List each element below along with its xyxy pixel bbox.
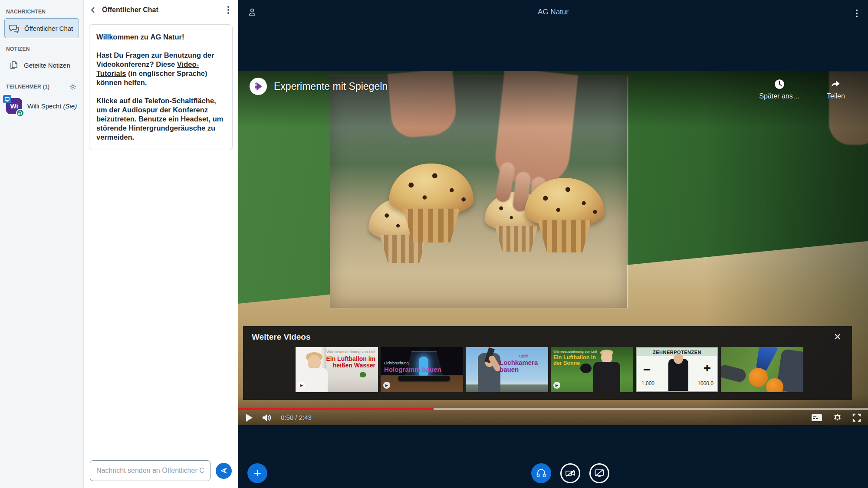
- screenshare-slash-icon: [594, 468, 605, 479]
- messages-section-label: NACHRICHTEN: [6, 9, 77, 15]
- meeting-title: AG Natur: [538, 8, 569, 16]
- channel-logo-icon: [253, 81, 263, 92]
- share-button[interactable]: Teilen: [815, 79, 857, 100]
- video-player[interactable]: Experimente mit Spiegeln Später ans… Tei…: [238, 71, 868, 425]
- welcome-line-3: Klicke auf die Telefon-Schaltfläche, um …: [96, 96, 225, 142]
- presenter-desktop-badge-icon: [3, 95, 11, 103]
- fullscreen-icon[interactable]: [852, 413, 861, 422]
- participants-section-label: TEILNEHMER (1): [6, 84, 49, 90]
- welcome-line-2: Hast Du Fragen zur Benutzung der Videoko…: [96, 51, 225, 87]
- video-thumbnail[interactable]: Wärmeausdehnung von Luft Ein Luftballon …: [296, 347, 378, 392]
- audio-headset-button[interactable]: [531, 463, 551, 483]
- chat-message-input[interactable]: [90, 460, 210, 481]
- close-overlay-icon[interactable]: ✕: [830, 330, 845, 344]
- settings-gear-icon[interactable]: [833, 413, 842, 422]
- participant-name: Willi Specht (Sie): [27, 102, 77, 110]
- watch-later-button[interactable]: Später ans…: [759, 79, 800, 100]
- more-videos-title: Weitere Videos: [252, 332, 311, 342]
- send-icon: [220, 467, 228, 475]
- share-arrow-icon: [830, 79, 842, 90]
- video-thumbnail[interactable]: Optik Lochkamera bauen: [466, 347, 548, 392]
- actions-plus-button[interactable]: +: [247, 463, 267, 483]
- channel-avatar[interactable]: [250, 78, 267, 95]
- sidebar-item-shared-notes[interactable]: Geteilte Notizen: [4, 56, 79, 75]
- listen-only-headset-badge-icon: [16, 109, 24, 117]
- chat-back-chevron-icon[interactable]: [90, 6, 98, 14]
- video-thumbnail[interactable]: Wärmeausdehnung von Luft Ein Luftballon …: [551, 347, 633, 392]
- chat-panel: Öffentlicher Chat Willkommen zu AG Natur…: [84, 0, 238, 488]
- public-chat-label: Öffentlicher Chat: [24, 25, 73, 32]
- chat-options-kebab-icon[interactable]: [225, 4, 232, 16]
- participants-settings-gear-icon[interactable]: [69, 82, 77, 91]
- options-kebab-icon[interactable]: [853, 8, 860, 19]
- muffin: [385, 164, 477, 244]
- chat-title: Öffentlicher Chat: [102, 6, 220, 14]
- headset-icon: [536, 468, 547, 479]
- video-time: 0:50 / 2:43: [281, 414, 312, 421]
- video-thumbnail[interactable]: [721, 347, 803, 392]
- mini-play-icon: ▶: [383, 382, 390, 389]
- clock-icon: [774, 79, 785, 90]
- sidebar: NACHRICHTEN Öffentlicher Chat NOTIZEN Ge…: [0, 0, 84, 488]
- video-thumbnail[interactable]: ZEHNERPOTENZEN − + 1,000 1000,0: [636, 347, 718, 392]
- presentation-area: AG Natur Experime: [238, 0, 868, 488]
- video-title[interactable]: Experimente mit Spiegeln: [274, 81, 752, 92]
- sidebar-item-public-chat[interactable]: Öffentlicher Chat: [4, 18, 79, 38]
- user-list-toggle-icon[interactable]: [247, 7, 257, 17]
- mini-play-icon: ▶: [298, 382, 305, 389]
- send-message-button[interactable]: [216, 463, 232, 479]
- welcome-message: Willkommen zu AG Natur! Hast Du Fragen z…: [89, 24, 233, 150]
- play-button-icon[interactable]: [245, 413, 253, 422]
- welcome-line-1: Willkommen zu AG Natur!: [96, 33, 225, 42]
- notes-section-label: NOTIZEN: [6, 46, 77, 52]
- mini-play-icon: ▶: [553, 382, 560, 389]
- webcam-button[interactable]: [560, 463, 580, 483]
- screenshare-button[interactable]: [589, 463, 609, 483]
- participant-row[interactable]: Wi Willi Specht (Sie): [4, 95, 79, 117]
- avatar: Wi: [6, 98, 22, 114]
- shared-notes-icon: [8, 59, 20, 71]
- captions-icon[interactable]: [811, 413, 822, 422]
- volume-icon[interactable]: [262, 413, 272, 422]
- muffin: [521, 178, 608, 254]
- more-videos-overlay: Weitere Videos ✕ Wärmeausdehnung von Luf…: [243, 326, 852, 400]
- webcam-slash-icon: [565, 468, 576, 479]
- chat-bubbles-icon: [9, 23, 20, 34]
- video-thumbnail[interactable]: Lichtbrechung Hologramm bauen ▶: [381, 347, 463, 392]
- shared-notes-label: Geteilte Notizen: [24, 62, 70, 69]
